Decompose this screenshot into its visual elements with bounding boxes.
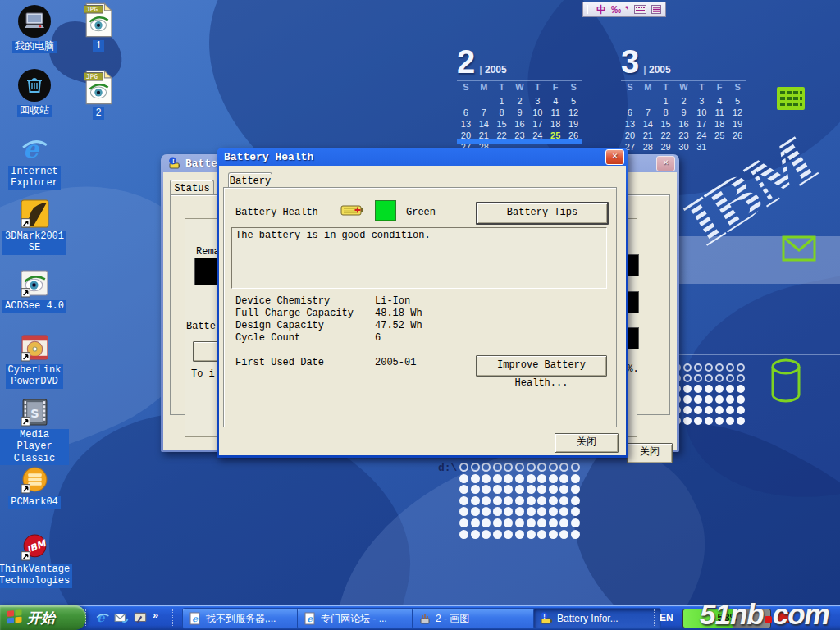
battery-health-titlebar[interactable]: Battery Health ✕: [219, 148, 626, 166]
taskbar-button[interactable]: e找不到服务器,...: [182, 608, 305, 629]
calendar-month-number: 3: [621, 47, 639, 76]
wallpaper-dot: [726, 385, 734, 393]
info-value: 2005-01: [375, 357, 416, 369]
desktop-icon-recycle-bin[interactable]: 回收站: [0, 68, 69, 117]
wallpaper-dot: [559, 496, 568, 505]
wallpaper-dot: [683, 395, 692, 404]
calendar-day: 7: [475, 107, 493, 117]
wallpaper-dot: [527, 474, 536, 483]
internet-explorer-icon[interactable]: e: [20, 134, 49, 163]
desktop-icon-label: Internet Explorer: [8, 166, 61, 190]
pcmark04-icon[interactable]: [21, 465, 49, 494]
ime-language-bar[interactable]: 中 ‰ ❜: [582, 2, 666, 17]
calendar-march: 3 2005 SMTWTFS12345678910111213141516171…: [621, 47, 746, 152]
ime-chinese-mode-icon[interactable]: 中: [596, 5, 606, 15]
ime-soft-keyboard-icon[interactable]: [634, 2, 646, 17]
wallpaper-dot: [571, 496, 580, 505]
wallpaper-dot: [737, 395, 745, 404]
battery-tips-button[interactable]: Battery Tips: [476, 202, 609, 225]
ime-punctuation-icon[interactable]: ❜: [624, 4, 631, 15]
wallpaper-dot: [549, 518, 558, 527]
improve-battery-health-button[interactable]: Improve Battery Health...: [476, 355, 607, 377]
desktop-icon-jpg-file-1[interactable]: JPG1: [64, 2, 133, 52]
desktop-icon-label: Media Player Classic: [0, 429, 69, 465]
taskbar-grip[interactable]: [85, 609, 89, 626]
close-button[interactable]: 关闭: [555, 433, 619, 453]
acdsee-40-icon[interactable]: [21, 269, 49, 298]
info-label: Device Chemistry: [235, 295, 375, 308]
desktop-icon-internet-explorer[interactable]: eInternet Explorer: [0, 134, 69, 190]
calendar-day: [639, 96, 657, 106]
desktop-icon-thinkvantage-technologies[interactable]: IBMThinkVantage Technologies: [0, 532, 69, 588]
desktop-icon-acdsee-40[interactable]: ACDSee 4.0: [0, 269, 69, 313]
wallpaper-dot: [683, 385, 692, 393]
calendar-day: 9: [675, 107, 693, 117]
battery-info-window-icon: !: [168, 157, 181, 170]
wallpaper-dot: [726, 363, 734, 372]
wallpaper-dot: [515, 463, 524, 472]
wallpaper-dot: [493, 496, 502, 505]
info-label: First Used Date: [235, 357, 375, 369]
calendar-day: 17: [528, 119, 546, 129]
battery-label-fragment: Batte: [186, 321, 216, 332]
quick-launch-outlook-express-icon[interactable]: [114, 610, 129, 625]
calendar-day: 19: [728, 119, 746, 129]
recycle-bin-icon[interactable]: [17, 68, 52, 103]
quick-launch-chevron[interactable]: »: [153, 609, 158, 621]
calendar-day-header: M: [639, 80, 657, 94]
ime-grip[interactable]: [587, 5, 591, 14]
calendar-day: 10: [528, 107, 546, 117]
close-button-back[interactable]: 关闭: [627, 443, 673, 463]
calendar-day-header: T: [657, 80, 675, 94]
start-button[interactable]: 开始: [0, 605, 86, 630]
wallpaper-dot: [737, 374, 745, 382]
desktop-icon-media-player-classic[interactable]: SMedia Player Classic: [0, 398, 69, 465]
calendar-day: 29: [657, 142, 675, 152]
quick-launch-ie-icon[interactable]: e: [95, 610, 110, 625]
my-computer-icon[interactable]: [17, 4, 52, 39]
wallpaper-dot: [471, 507, 480, 516]
desktop-icon-label: ACDSee 4.0: [2, 300, 66, 313]
wallpaper-dot: [715, 363, 724, 372]
desktop-icon-jpg-file-2[interactable]: JPG2: [64, 70, 133, 120]
taskbar-grip[interactable]: [172, 609, 176, 626]
jpg-file-1-icon[interactable]: JPG: [84, 2, 113, 38]
calendar-day: 4: [546, 96, 564, 106]
wallpaper-dot: [683, 374, 692, 382]
dialog-title: Battery Health: [224, 151, 313, 163]
calendar-day: 7: [639, 107, 657, 117]
wallpaper-dot: [549, 530, 558, 539]
ime-options-icon[interactable]: [651, 2, 661, 17]
close-button[interactable]: ✕: [656, 156, 675, 171]
media-player-classic-icon[interactable]: S: [21, 398, 49, 427]
language-indicator[interactable]: EN: [660, 612, 673, 623]
thinkvantage-technologies-icon[interactable]: IBM: [21, 532, 49, 561]
desktop-icon-3dmark2001-se[interactable]: 3DMark2001 SE: [0, 199, 69, 255]
close-icon[interactable]: ✕: [605, 149, 624, 165]
wallpaper-dot: [493, 485, 502, 494]
calendar-day: 1: [657, 96, 675, 106]
taskbar-button[interactable]: 2 - 画图: [412, 608, 540, 629]
wallpaper-dot: [715, 417, 724, 425]
wallpaper-dot: [571, 474, 580, 483]
desktop-icon-pcmark04[interactable]: PCMark04: [0, 465, 69, 509]
cyberlink-powerdvd-icon[interactable]: [21, 333, 49, 362]
quick-launch-show-desktop-icon[interactable]: [133, 610, 148, 625]
jpg-file-2-icon[interactable]: JPG: [84, 70, 113, 105]
desktop-icon-my-computer[interactable]: 我的电脑: [0, 4, 69, 53]
desktop-icon-cyberlink-powerdvd[interactable]: CyberLink PowerDVD: [0, 333, 69, 389]
battery-health-dialog[interactable]: Battery Health ✕ Battery Battery Health …: [217, 148, 628, 458]
ime-fullwidth-icon[interactable]: ‰: [611, 5, 621, 15]
svg-text:S: S: [30, 407, 39, 420]
tray-divider[interactable]: [654, 609, 657, 626]
taskbar-button[interactable]: !Battery Infor...: [533, 608, 661, 629]
calendar-day: 17: [692, 119, 710, 129]
taskbar-button[interactable]: e专门网论坛 - ...: [297, 608, 420, 629]
3dmark2001-se-icon[interactable]: [21, 199, 49, 228]
wallpaper-dot: [683, 363, 692, 372]
desktop: IBM d:\ 2 2005 SMTWTFS123456789101112131…: [0, 0, 840, 630]
calendar-day: 15: [493, 119, 511, 129]
calendar-day: 30: [675, 142, 693, 152]
svg-text:!: !: [543, 613, 546, 620]
calendar-day: 26: [728, 130, 746, 140]
